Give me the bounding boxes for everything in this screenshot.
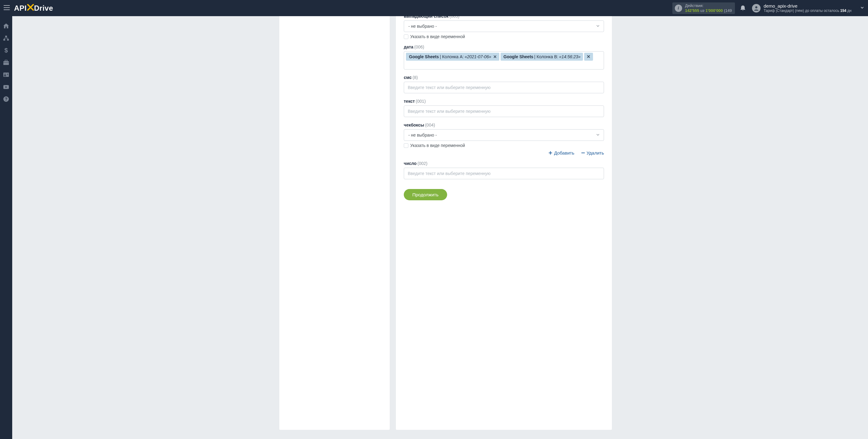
svg-text:?: ? bbox=[5, 97, 8, 102]
svg-rect-1 bbox=[5, 36, 7, 37]
svg-rect-2 bbox=[3, 39, 5, 40]
brand-logo: API Drive bbox=[14, 4, 53, 13]
sidebar-videos[interactable] bbox=[0, 81, 12, 93]
sidebar-contacts[interactable] bbox=[0, 69, 12, 81]
field-label-text: текст(001) bbox=[404, 99, 604, 104]
notifications-button[interactable] bbox=[740, 5, 746, 11]
remove-link[interactable]: Удалить bbox=[581, 150, 604, 156]
token-date-col-b: Google Sheets | Колонка B: «14:56:23» bbox=[500, 53, 583, 61]
actions-counter[interactable]: i Действия: 142'555 из 1'000'000 (149 bbox=[672, 2, 735, 14]
actions-label: Действия: bbox=[685, 3, 732, 8]
svg-point-0 bbox=[755, 6, 757, 8]
chevron-down-icon bbox=[860, 5, 864, 11]
chevron-down-icon bbox=[596, 133, 600, 138]
dollar-icon: $ bbox=[4, 47, 8, 54]
token-remove-standalone: ✕ bbox=[584, 53, 593, 61]
svg-rect-5 bbox=[3, 61, 9, 65]
svg-rect-12 bbox=[7, 75, 8, 75]
select-value: - не выбрано - bbox=[408, 133, 437, 137]
info-icon: i bbox=[675, 5, 682, 12]
field-label-date: дата(006) bbox=[404, 44, 604, 49]
field-label-checkboxes: чекбоксы(004) bbox=[404, 123, 604, 128]
sidebar-billing[interactable]: $ bbox=[0, 44, 12, 57]
briefcase-icon bbox=[3, 60, 9, 65]
actions-value: 142'555 из 1'000'000 (149 bbox=[685, 8, 732, 13]
number-input[interactable] bbox=[404, 168, 604, 179]
field-label-number: число(002) bbox=[404, 161, 604, 166]
youtube-icon bbox=[3, 85, 9, 89]
chevron-down-icon bbox=[596, 24, 600, 29]
form-panel: выпадающий список(005) - не выбрано - Ук… bbox=[396, 16, 612, 430]
variable-checkbox-label: Указать в виде переменной bbox=[410, 34, 465, 39]
id-card-icon bbox=[3, 72, 9, 77]
plus-icon bbox=[549, 151, 552, 155]
home-icon bbox=[3, 23, 9, 29]
svg-text:$: $ bbox=[4, 47, 8, 54]
date-token-input[interactable]: Google Sheets | Колонка A: «2021-07-06» … bbox=[404, 51, 604, 69]
sidebar-home[interactable] bbox=[0, 20, 12, 32]
dropdown-select[interactable]: - не выбрано - bbox=[404, 21, 604, 32]
svg-rect-10 bbox=[4, 75, 6, 76]
field-label-dropdown: выпадающий список(005) bbox=[404, 16, 604, 19]
add-link[interactable]: Добавить bbox=[549, 150, 574, 156]
top-header: API Drive i Действия: 142'555 из 1'000'0… bbox=[0, 0, 868, 16]
minus-icon bbox=[581, 151, 585, 155]
connections-icon bbox=[3, 35, 9, 41]
svg-point-9 bbox=[5, 74, 6, 75]
continue-button[interactable]: Продолжить bbox=[404, 189, 447, 200]
sms-input[interactable] bbox=[404, 82, 604, 93]
bell-icon bbox=[740, 5, 746, 11]
variable-checkbox-label: Указать в виде переменной bbox=[410, 143, 465, 148]
text-input[interactable] bbox=[404, 105, 604, 117]
sidebar-connections[interactable] bbox=[0, 32, 12, 44]
sidebar: $ ? bbox=[0, 16, 12, 439]
token-remove-button[interactable]: ✕ bbox=[587, 54, 591, 60]
avatar-icon bbox=[752, 4, 761, 12]
svg-rect-3 bbox=[7, 39, 9, 40]
question-icon: ? bbox=[3, 96, 9, 102]
menu-toggle-button[interactable] bbox=[4, 5, 10, 11]
svg-rect-6 bbox=[5, 60, 7, 61]
tariff-info: Тариф |Стандарт| (new) до оплаты осталос… bbox=[764, 8, 851, 13]
variable-checkbox[interactable] bbox=[404, 34, 408, 39]
svg-rect-11 bbox=[7, 74, 8, 74]
user-menu[interactable]: demo_apix-drive Тариф |Стандарт| (new) д… bbox=[752, 3, 864, 13]
token-remove-button[interactable]: ✕ bbox=[493, 54, 497, 59]
svg-rect-7 bbox=[3, 63, 9, 63]
left-panel bbox=[279, 16, 390, 430]
logo-x-icon bbox=[27, 4, 34, 13]
variable-checkbox[interactable] bbox=[404, 143, 408, 148]
token-date-col-a: Google Sheets | Колонка A: «2021-07-06» … bbox=[406, 53, 499, 61]
checkboxes-select[interactable]: - не выбрано - bbox=[404, 129, 604, 141]
sidebar-briefcase[interactable] bbox=[0, 57, 12, 69]
field-label-sms: смс(8) bbox=[404, 75, 604, 80]
select-value: - не выбрано - bbox=[408, 24, 437, 29]
sidebar-help[interactable]: ? bbox=[0, 93, 12, 105]
username: demo_apix-drive bbox=[764, 3, 851, 8]
